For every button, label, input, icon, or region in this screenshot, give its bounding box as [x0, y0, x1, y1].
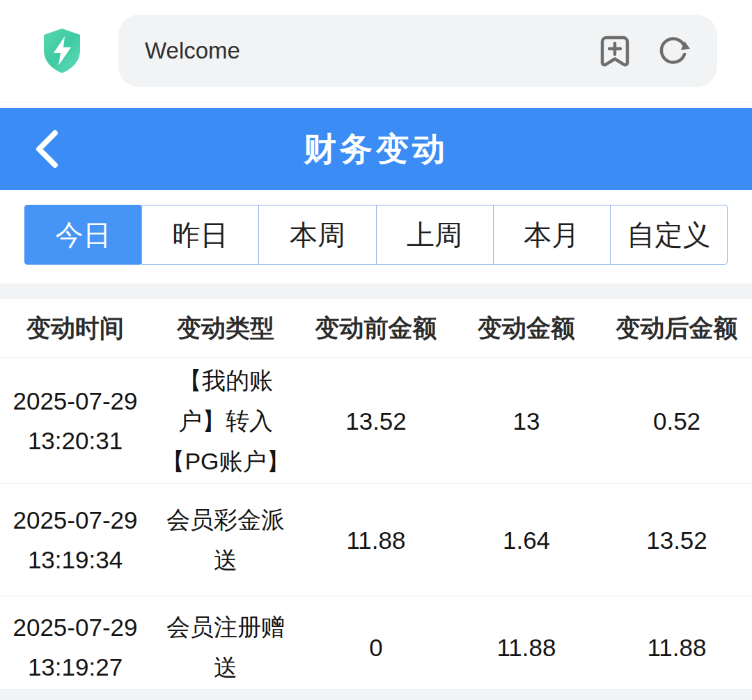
tab-this-month[interactable]: 本月 [493, 205, 611, 265]
address-bar-text: Welcome [145, 38, 240, 64]
toolbar-icons [597, 33, 691, 68]
date-filter-tabs: 今日 昨日 本周 上周 本月 自定义 [24, 205, 728, 265]
cell-change-type: 【我的账户】转入【PG账户】 [150, 360, 301, 481]
cell-amount-before: 0 [301, 628, 451, 667]
cell-date-line: 2025-07-29 [0, 381, 150, 421]
col-header-change-time: 变动时间 [0, 312, 150, 345]
refresh-icon[interactable] [656, 33, 691, 68]
cell-change-amount: 1.64 [451, 520, 602, 560]
cell-amount-after: 0.52 [602, 401, 752, 441]
finance-change-table: 变动时间 变动类型 变动前金额 变动金额 变动后金额 2025-07-29 13… [0, 299, 752, 698]
col-header-amount-after: 变动后金额 [602, 312, 752, 345]
address-bar[interactable]: Welcome [118, 15, 717, 87]
cell-date-line: 2025-07-29 [0, 607, 150, 647]
cell-change-type: 会员注册赠送 [150, 607, 301, 687]
section-divider [0, 283, 752, 299]
cell-clock-line: 13:20:31 [0, 421, 150, 460]
cell-change-amount: 13 [451, 401, 602, 441]
cell-amount-before: 13.52 [301, 401, 451, 441]
cell-amount-after: 13.52 [602, 520, 752, 560]
cell-amount-after: 11.88 [602, 628, 752, 667]
cell-change-time: 2025-07-29 13:20:31 [0, 381, 150, 460]
shield-lightning-icon[interactable] [40, 27, 84, 75]
table-row: 2025-07-29 13:19:27 会员注册赠送 0 11.88 11.88 [0, 596, 752, 698]
screen: Welcome [0, 0, 752, 700]
bookmark-add-icon[interactable] [597, 33, 632, 68]
tab-today[interactable]: 今日 [24, 205, 142, 265]
next-section-edge [0, 689, 752, 700]
browser-toolbar: Welcome [0, 0, 752, 102]
cell-change-type: 会员彩金派送 [150, 499, 301, 580]
chevron-left-icon [39, 133, 55, 165]
col-header-amount-before: 变动前金额 [301, 312, 451, 345]
back-button[interactable] [32, 129, 63, 169]
tab-custom[interactable]: 自定义 [610, 205, 728, 265]
table-header-row: 变动时间 变动类型 变动前金额 变动金额 变动后金额 [0, 299, 752, 357]
col-header-change-amount: 变动金额 [451, 312, 602, 345]
tab-last-week[interactable]: 上周 [376, 205, 494, 265]
cell-change-time: 2025-07-29 13:19:27 [0, 607, 150, 687]
cell-clock-line: 13:19:27 [0, 647, 150, 687]
table-row: 2025-07-29 13:20:31 【我的账户】转入【PG账户】 13.52… [0, 357, 752, 483]
table-row: 2025-07-29 13:19:34 会员彩金派送 11.88 1.64 13… [0, 483, 752, 596]
tab-yesterday[interactable]: 昨日 [141, 205, 259, 265]
cell-change-amount: 11.88 [451, 628, 602, 667]
col-header-change-type: 变动类型 [150, 312, 301, 345]
page-title: 财务变动 [304, 127, 448, 171]
tab-this-week[interactable]: 本周 [258, 205, 376, 265]
page-header: 财务变动 [0, 108, 752, 190]
cell-amount-before: 11.88 [301, 520, 451, 560]
cell-date-line: 2025-07-29 [0, 500, 150, 540]
cell-clock-line: 13:19:34 [0, 540, 150, 580]
cell-change-time: 2025-07-29 13:19:34 [0, 500, 150, 580]
